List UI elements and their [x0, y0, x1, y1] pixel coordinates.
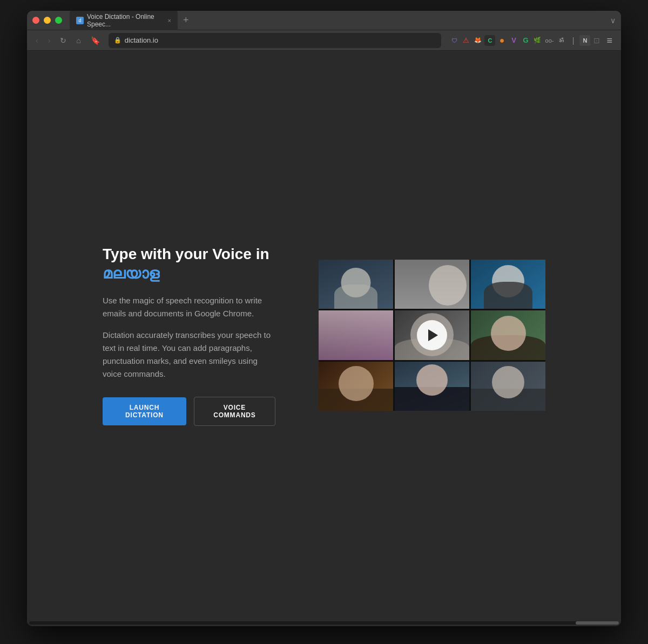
- window-menu-icon[interactable]: ∨: [610, 16, 616, 25]
- home-button[interactable]: ⌂: [73, 35, 84, 46]
- c-extension-icon[interactable]: C: [484, 35, 495, 46]
- page-content: Type with your Voice in മലയാള Use the ma…: [27, 51, 621, 620]
- video-grid[interactable]: [319, 260, 545, 411]
- button-group: LAUNCH DICTATION VOICE COMMANDS: [103, 397, 275, 426]
- launch-dictation-button[interactable]: LAUNCH DICTATION: [103, 397, 186, 425]
- hero-text-area: Type with your Voice in മലയാള Use the ma…: [103, 245, 275, 426]
- hero-title: Type with your Voice in മലയാള: [103, 245, 275, 284]
- close-button[interactable]: [32, 17, 39, 24]
- video-cell-5[interactable]: [395, 310, 469, 360]
- bookmark-button[interactable]: 🔖: [87, 35, 103, 46]
- video-cell-2: [395, 260, 469, 309]
- browser-extension-icon[interactable]: ⊡: [591, 35, 602, 46]
- shield-extension-icon[interactable]: 🛡: [449, 35, 460, 46]
- pipe-extension-icon[interactable]: |: [568, 35, 578, 46]
- tab-bar: d Voice Dictation - Online Speec... × + …: [27, 11, 621, 30]
- video-cell-8: [395, 362, 469, 411]
- om-extension-icon[interactable]: ॐ: [556, 35, 566, 46]
- minimize-button[interactable]: [44, 17, 51, 24]
- hero-title-highlight: മലയാള: [103, 265, 159, 282]
- video-cell-3: [471, 260, 545, 309]
- menu-button[interactable]: ≡: [603, 33, 616, 48]
- forward-button[interactable]: ›: [45, 35, 54, 46]
- video-cell-4: [319, 310, 393, 360]
- scrollbar-area: [27, 620, 621, 626]
- hero-section: Type with your Voice in മലയാള Use the ma…: [81, 223, 567, 448]
- new-tab-button[interactable]: +: [180, 15, 192, 26]
- n-extension-icon[interactable]: N: [579, 35, 590, 46]
- reload-button[interactable]: ↻: [57, 35, 70, 46]
- lock-icon: 🔒: [114, 37, 122, 44]
- video-cell-6: [471, 310, 545, 360]
- orange-extension-icon[interactable]: ●: [496, 35, 507, 46]
- video-cell-7: [319, 362, 393, 411]
- browser-window: d Voice Dictation - Online Speec... × + …: [27, 11, 621, 626]
- tab-close-icon[interactable]: ×: [168, 17, 171, 24]
- leaf-extension-icon[interactable]: 🌿: [532, 35, 543, 46]
- tab-favicon: d: [76, 17, 84, 24]
- alert-extension-icon[interactable]: ⚠: [461, 35, 471, 46]
- address-bar[interactable]: [125, 36, 436, 44]
- active-tab[interactable]: d Voice Dictation - Online Speec... ×: [70, 11, 178, 31]
- window-controls: [32, 17, 62, 24]
- video-cell-1: [319, 260, 393, 309]
- address-bar-container[interactable]: 🔒: [109, 33, 442, 48]
- fox-extension-icon[interactable]: 🦊: [473, 35, 483, 46]
- g-extension-icon[interactable]: G: [520, 35, 531, 46]
- back-button[interactable]: ‹: [32, 35, 42, 46]
- dash-extension-icon[interactable]: oo-: [544, 35, 555, 46]
- voice-commands-button[interactable]: VOICE COMMANDS: [194, 397, 275, 426]
- hero-title-static: Type with your Voice in: [103, 246, 269, 262]
- tab-title: Voice Dictation - Online Speec...: [87, 13, 163, 28]
- video-cell-9: [471, 362, 545, 411]
- hero-subtitle: Use the magic of speech recognition to w…: [103, 294, 275, 320]
- hero-description: Dictation accurately transcribes your sp…: [103, 329, 275, 381]
- scrollbar-track[interactable]: [29, 621, 619, 625]
- v-extension-icon[interactable]: V: [508, 35, 519, 46]
- navigation-bar: ‹ › ↻ ⌂ 🔖 🔒 🛡 ⚠ 🦊 C ● V G 🌿 oo- ॐ | N ⊡ …: [27, 30, 621, 51]
- scrollbar-thumb[interactable]: [576, 621, 619, 625]
- extensions-area: 🛡 ⚠ 🦊 C ● V G 🌿 oo- ॐ | N ⊡ ≡: [449, 33, 616, 48]
- maximize-button[interactable]: [55, 17, 62, 24]
